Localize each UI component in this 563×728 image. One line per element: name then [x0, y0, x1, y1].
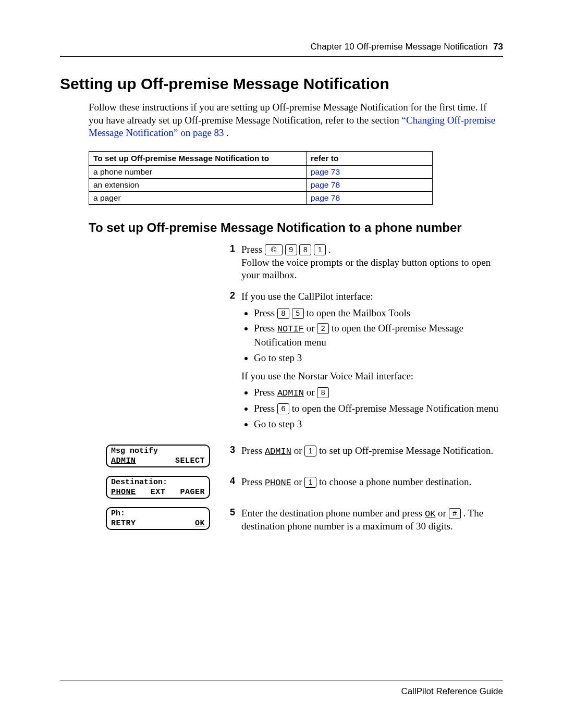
table-cell: a pager — [89, 192, 307, 205]
table-cell: a phone number — [89, 166, 307, 179]
phone-display: Msg notify ADMIN SELECT — [106, 445, 210, 467]
display-line1: Destination: — [111, 477, 205, 488]
intro-paragraph: Follow these instructions if you are set… — [89, 101, 503, 140]
page-title: Setting up Off-premise Message Notificat… — [60, 75, 503, 93]
list-item: Press 6 to open the Off-premise Message … — [254, 402, 503, 415]
step-3: Msg notify ADMIN SELECT 3 Press ADMIN or… — [106, 445, 503, 467]
phone-display: Ph: RETRY OK — [106, 507, 210, 530]
chapter-label: Chapter 10 Off-premise Message Notificat… — [311, 42, 488, 52]
t: to open the Off-premise Message Notifica… — [292, 403, 498, 414]
step-text: . — [328, 244, 331, 255]
hash-key-icon: # — [449, 508, 461, 519]
display-softkey: PAGER — [180, 487, 205, 498]
display-line2: ADMIN SELECT — [111, 456, 205, 466]
step-number: 5 — [230, 507, 235, 518]
step-2: 2 If you use the CallPilot interface: Pr… — [106, 290, 503, 436]
display-line1: Msg notify — [111, 446, 205, 456]
step-body: Press PHONE or 1 to choose a phone numbe… — [241, 476, 503, 489]
page-link[interactable]: page 73 — [307, 166, 433, 179]
section-heading: To set up Off-premise Message Notificati… — [89, 220, 503, 235]
page-link[interactable]: page 78 — [307, 179, 433, 192]
bullet-list: Press 8 5 to open the Mailbox Tools Pres… — [254, 306, 503, 365]
page-link[interactable]: page 78 — [307, 192, 433, 205]
step-text: Press — [241, 244, 265, 255]
softkey-label: ADMIN — [277, 388, 304, 398]
digit-key-icon: 1 — [304, 477, 316, 488]
list-item: Press 8 5 to open the Mailbox Tools — [254, 306, 503, 320]
reference-table: To set up Off-premise Message Notificati… — [89, 151, 433, 205]
digit-key-icon: 9 — [285, 244, 297, 255]
list-item: Press NOTIF or 2 to open the Off-premise… — [254, 322, 503, 349]
step-body: Press © 9 8 1 . Follow the voice prompts… — [241, 243, 503, 282]
t: Press — [254, 323, 277, 334]
step-5: Ph: RETRY OK 5 Enter the destination pho… — [106, 507, 503, 533]
digit-key-icon: 2 — [317, 323, 329, 334]
t: Press — [254, 387, 277, 398]
t: Enter the destination phone number and p… — [241, 508, 425, 519]
digit-key-icon: 6 — [277, 403, 289, 414]
display-softkey: RETRY — [111, 519, 136, 529]
table-header-left: To set up Off-premise Message Notificati… — [89, 152, 307, 166]
digit-key-icon: 8 — [317, 387, 329, 398]
table-row: a pager page 78 — [89, 192, 433, 205]
list-item: Press ADMIN or 8 — [254, 386, 503, 400]
t: or — [438, 508, 449, 519]
bullet-list: Press ADMIN or 8 Press 6 to open the Off… — [254, 386, 503, 430]
softkey-label: NOTIF — [277, 324, 304, 334]
display-softkey: ADMIN — [111, 456, 136, 466]
intro-text-end: . — [226, 127, 229, 138]
t: or — [294, 476, 305, 487]
step-1: 1 Press © 9 8 1 . Follow the voice promp… — [106, 243, 503, 282]
display-softkey: SELECT — [175, 456, 205, 466]
digit-key-icon: 8 — [299, 244, 311, 255]
feature-key-icon: © — [265, 244, 283, 255]
step-body: Press ADMIN or 1 to set up Off-premise M… — [241, 445, 503, 458]
softkey-label: OK — [425, 509, 435, 519]
softkey-label: ADMIN — [265, 447, 291, 456]
table-cell: an extension — [89, 179, 307, 192]
display-softkey: EXT — [151, 487, 166, 498]
step-number: 1 — [106, 243, 241, 254]
table-header-right: refer to — [307, 152, 433, 166]
page-number: 73 — [493, 42, 503, 52]
t: or — [307, 387, 317, 398]
t: Press — [241, 476, 265, 487]
list-item: Go to step 3 — [254, 351, 503, 365]
document-page: Chapter 10 Off-premise Message Notificat… — [0, 0, 563, 728]
t: Press — [254, 403, 277, 414]
steps-container: 1 Press © 9 8 1 . Follow the voice promp… — [106, 243, 503, 533]
list-item: Go to step 3 — [254, 417, 503, 431]
t: or — [294, 445, 305, 456]
t: to choose a phone number destination. — [319, 476, 471, 487]
t: or — [307, 323, 317, 334]
digit-key-icon: 1 — [304, 446, 316, 456]
t: to open the Mailbox Tools — [306, 307, 410, 318]
step-number: 4 — [230, 476, 235, 487]
display-line2: RETRY OK — [111, 519, 205, 529]
step-left: Destination: PHONE EXT PAGER 4 — [106, 476, 241, 499]
step-left: Msg notify ADMIN SELECT 3 — [106, 445, 241, 467]
step-4: Destination: PHONE EXT PAGER 4 Press PHO… — [106, 476, 503, 499]
step-left: Ph: RETRY OK 5 — [106, 507, 241, 530]
phone-display: Destination: PHONE EXT PAGER — [106, 476, 210, 499]
table-row: an extension page 78 — [89, 179, 433, 192]
step-number: 3 — [230, 445, 235, 455]
table-row: a phone number page 73 — [89, 166, 433, 179]
digit-key-icon: 5 — [292, 308, 304, 319]
digit-key-icon: 1 — [314, 244, 326, 255]
step-text: If you use the Norstar Voice Mail interf… — [241, 370, 503, 383]
t: Press — [241, 445, 265, 456]
step-body: Enter the destination phone number and p… — [241, 507, 503, 533]
step-number: 2 — [106, 290, 241, 301]
page-footer: CallPilot Reference Guide — [60, 681, 503, 697]
display-softkey: OK — [195, 519, 205, 529]
t: Press — [254, 307, 277, 318]
display-softkey: PHONE — [111, 487, 136, 498]
step-text: If you use the CallPilot interface: — [241, 291, 373, 302]
step-text: Follow the voice prompts or the display … — [241, 257, 491, 281]
page-header: Chapter 10 Off-premise Message Notificat… — [60, 42, 503, 57]
step-body: If you use the CallPilot interface: Pres… — [241, 290, 503, 436]
softkey-label: PHONE — [265, 478, 291, 488]
display-line1: Ph: — [111, 509, 205, 519]
digit-key-icon: 8 — [277, 308, 289, 319]
